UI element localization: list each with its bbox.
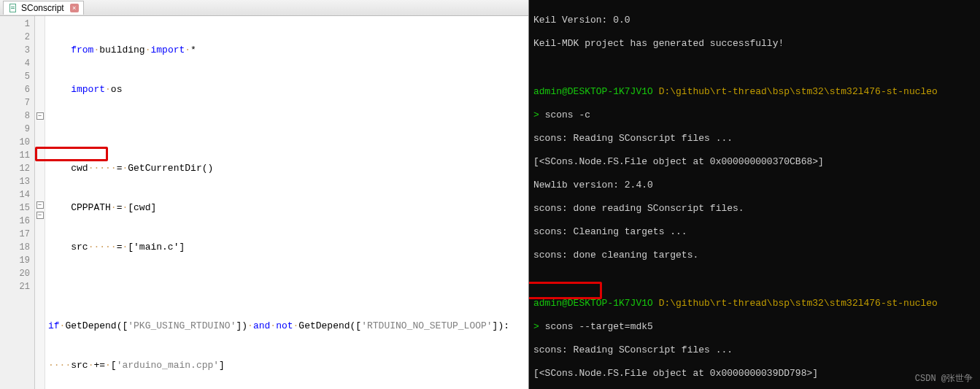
term-line: [<SCons.Node.FS.File object at 0x0000000… [533,156,976,168]
line-number: 19 [1,254,30,267]
line-number: 14 [1,188,30,201]
line-number: 7 [1,96,30,109]
line-number: 21 [1,280,30,293]
line-number: 20 [1,267,30,280]
term-line: scons: Cleaning targets ... [533,226,976,238]
term-prompt: admin@DESKTOP-1K7JV1O D:\github\rt-threa… [533,86,976,98]
term-line: scons: done cleaning targets. [533,250,976,261]
tab-sconscript[interactable]: SConscript × [3,1,84,15]
line-number: 12 [1,162,30,175]
line-number: 5 [1,70,30,83]
line-gutter: 1 2 3 4 5 6 7 8 9 10 11 12 13 14 15 16 1… [0,16,35,389]
terminal-pane[interactable]: Keil Version: 0.0 Keil-MDK project has g… [529,0,980,389]
line-number: 6 [1,83,30,96]
tab-label: SConscript [21,3,64,13]
line-number: 2 [1,31,30,44]
editor-pane: SConscript × 1 2 3 4 5 6 7 8 9 10 11 12 … [0,0,529,389]
fold-icon[interactable]: − [36,212,44,219]
line-number: 16 [1,215,30,228]
term-line: scons: Reading SConscript files ... [533,133,976,145]
line-number: 1 [1,18,30,31]
term-cmd: > scons -c [533,109,976,121]
term-line: Newlib version: 2.4.0 [533,180,976,191]
fold-icon[interactable]: − [36,201,44,209]
fold-icon[interactable]: − [36,112,44,120]
line-number: 8 [1,109,30,123]
line-number: 3 [1,44,30,57]
svg-rect-2 [11,8,15,9]
highlight-box-print [35,147,108,161]
term-line: scons: done reading SConscript files. [533,203,976,215]
code-area[interactable]: 1 2 3 4 5 6 7 8 9 10 11 12 13 14 15 16 1… [0,16,528,389]
line-number: 10 [1,136,30,149]
line-number: 11 [1,149,30,162]
file-icon [8,3,18,13]
term-line: scons: Reading SConscript files ... [533,344,976,356]
term-line: Keil-MDK project has generated successfu… [533,38,976,50]
line-number: 15 [1,201,30,215]
fold-column: − − − [35,16,45,389]
close-icon[interactable]: × [70,4,79,12]
svg-rect-1 [11,7,15,7]
code-content[interactable]: from·building·import·* import·os cwd····… [45,16,528,389]
term-line: Keil Version: 0.0 [533,15,976,26]
line-number: 18 [1,241,30,254]
watermark: CSDN @张世争 [915,373,973,385]
tab-bar: SConscript × [0,0,528,16]
line-number: 9 [1,123,30,136]
term-prompt: admin@DESKTOP-1K7JV1O D:\github\rt-threa… [533,298,976,309]
line-number: 17 [1,228,30,241]
term-cmd: > scons --target=mdk5 [533,321,976,333]
line-number: 4 [1,57,30,70]
line-number: 13 [1,175,30,188]
term-line: [<SCons.Node.FS.File object at 0x0000000… [533,368,976,380]
